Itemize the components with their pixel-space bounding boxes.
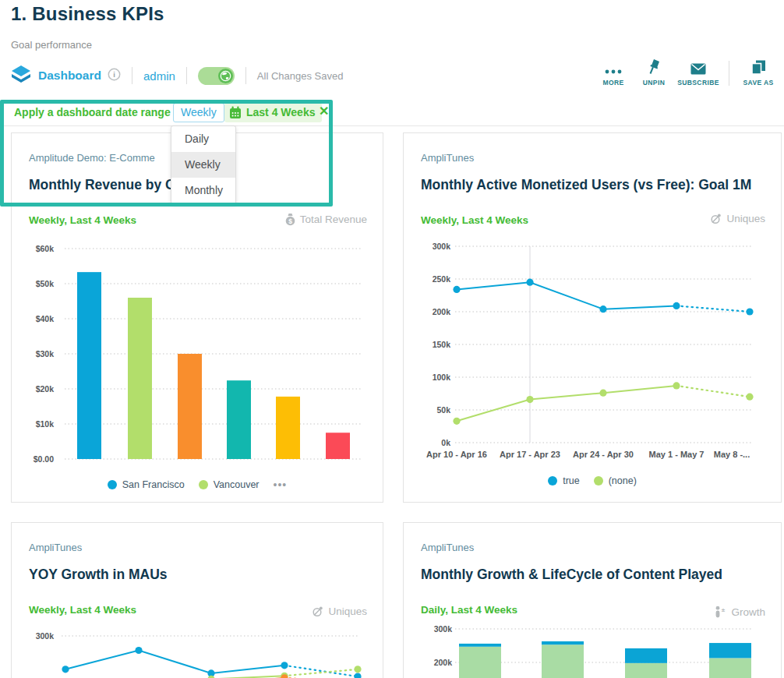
- lifecycle-stacked-bar-chart[interactable]: 300k200k: [404, 523, 782, 678]
- svg-text:300k: 300k: [433, 242, 451, 251]
- svg-text:$0.00: $0.00: [34, 454, 54, 464]
- dropdown-option-monthly[interactable]: Monthly: [171, 178, 235, 203]
- dropdown-option-weekly[interactable]: Weekly: [171, 152, 235, 178]
- svg-text:$50k: $50k: [36, 279, 55, 288]
- legend-more-button[interactable]: •••: [274, 478, 288, 491]
- svg-text:i: i: [113, 70, 115, 79]
- dashboard-meta-row: Dashboard i admin All Changes Saved: [10, 64, 343, 87]
- globe-icon: [218, 69, 233, 83]
- svg-text:$60k: $60k: [36, 244, 55, 253]
- dashboard-type-label: Dashboard: [38, 69, 101, 83]
- divider: [245, 67, 246, 84]
- svg-text:Apr 17 - Apr 23: Apr 17 - Apr 23: [500, 450, 560, 459]
- share-toggle[interactable]: [198, 67, 235, 85]
- copy-pages-icon: [751, 59, 766, 75]
- owner-link[interactable]: admin: [143, 69, 175, 83]
- svg-text:0k: 0k: [441, 438, 450, 447]
- save-status: All Changes Saved: [257, 70, 344, 82]
- divider: [132, 67, 132, 84]
- svg-text:May 8 -...: May 8 -...: [714, 450, 750, 459]
- svg-text:100k: 100k: [433, 373, 451, 382]
- ellipsis-icon: [604, 59, 623, 75]
- svg-text:$40k: $40k: [36, 314, 55, 323]
- unpin-button[interactable]: UNPIN: [634, 59, 674, 87]
- card-monetized-users: AmpliTunes Monthly Active Monetized User…: [403, 132, 782, 503]
- layers-icon: [10, 65, 32, 87]
- page-title: 1. Business KPIs: [11, 3, 164, 25]
- banner-divider: [0, 125, 784, 126]
- dropdown-option-daily[interactable]: Daily: [171, 126, 235, 152]
- close-icon[interactable]: ✕: [319, 104, 329, 118]
- calendar-icon: [229, 106, 242, 119]
- svg-text:150k: 150k: [433, 340, 451, 349]
- date-range-value: Last 4 Weeks: [246, 103, 315, 122]
- card-content-lifecycle: AmpliTunes Monthly Growth & LifeCycle of…: [403, 522, 782, 678]
- svg-text:50k: 50k: [436, 405, 450, 415]
- yoy-line-chart[interactable]: 300k: [12, 523, 384, 678]
- subscribe-button[interactable]: SUBSCRIBE: [674, 59, 722, 87]
- legend-item[interactable]: Vancouver: [199, 479, 260, 490]
- svg-text:250k: 250k: [433, 274, 451, 284]
- legend-item[interactable]: true: [548, 475, 580, 486]
- divider: [729, 61, 729, 86]
- date-range-banner-label: Apply a dashboard date range: [14, 106, 171, 118]
- svg-text:$10k: $10k: [36, 419, 55, 429]
- pin-icon: [647, 59, 661, 75]
- chart-legend: true (none): [404, 475, 781, 486]
- dashboard-toolbar: MORE UNPIN SUBSCRIBE: [593, 59, 781, 87]
- divider: [186, 67, 187, 84]
- svg-text:300k: 300k: [434, 624, 453, 634]
- page-subtitle: Goal performance: [11, 39, 92, 51]
- date-range-chip[interactable]: Last 4 Weeks: [224, 103, 322, 122]
- legend-item[interactable]: San Francisco: [108, 479, 185, 490]
- card-yoy-growth: AmpliTunes YOY Growth in MAUs Weekly, La…: [11, 522, 383, 678]
- info-icon[interactable]: i: [108, 68, 121, 84]
- svg-text:Apr 24 - Apr 30: Apr 24 - Apr 30: [573, 450, 634, 459]
- svg-text:200k: 200k: [434, 658, 453, 667]
- svg-text:May 1 - May 7: May 1 - May 7: [649, 450, 705, 459]
- svg-text:300k: 300k: [36, 631, 55, 641]
- chart-legend: San Francisco Vancouver •••: [12, 478, 383, 491]
- mau-line-chart[interactable]: 300k250k200k150k100k50k0kApr 10 - Apr 16…: [404, 133, 782, 476]
- svg-text:$30k: $30k: [36, 349, 55, 358]
- interval-select[interactable]: Weekly: [173, 103, 224, 122]
- save-as-button[interactable]: SAVE AS: [736, 59, 781, 87]
- mail-icon: [690, 59, 706, 75]
- interval-dropdown: Daily Weekly Monthly: [171, 125, 236, 204]
- svg-text:200k: 200k: [433, 307, 451, 316]
- svg-text:Apr 10 - Apr 16: Apr 10 - Apr 16: [426, 450, 487, 459]
- more-button[interactable]: MORE: [593, 59, 634, 87]
- dashboard-screen: 1. Business KPIs Goal performance Dashbo…: [0, 0, 784, 678]
- legend-item[interactable]: (none): [594, 475, 637, 486]
- svg-text:$20k: $20k: [36, 384, 55, 394]
